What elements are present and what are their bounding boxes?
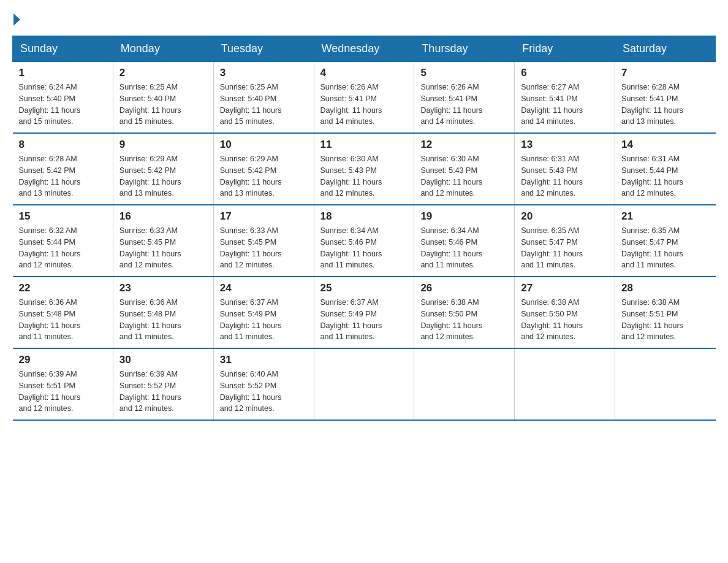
day-info: Sunrise: 6:31 AMSunset: 5:43 PMDaylight:… xyxy=(521,153,609,199)
calendar-week-row: 22 Sunrise: 6:36 AMSunset: 5:48 PMDaylig… xyxy=(13,277,716,348)
day-number: 21 xyxy=(621,210,709,223)
day-number: 20 xyxy=(521,210,609,223)
calendar-day-cell: 3 Sunrise: 6:25 AMSunset: 5:40 PMDayligh… xyxy=(213,62,314,134)
day-info: Sunrise: 6:24 AMSunset: 5:40 PMDaylight:… xyxy=(19,82,107,128)
day-info: Sunrise: 6:30 AMSunset: 5:43 PMDaylight:… xyxy=(320,153,408,199)
day-info: Sunrise: 6:39 AMSunset: 5:52 PMDaylight:… xyxy=(119,369,207,415)
calendar-day-cell xyxy=(615,348,716,420)
calendar-day-cell: 30 Sunrise: 6:39 AMSunset: 5:52 PMDaylig… xyxy=(113,348,213,420)
calendar-day-cell: 8 Sunrise: 6:28 AMSunset: 5:42 PMDayligh… xyxy=(13,133,113,205)
day-number: 4 xyxy=(320,67,408,79)
day-number: 25 xyxy=(320,282,408,294)
day-info: Sunrise: 6:33 AMSunset: 5:45 PMDaylight:… xyxy=(220,225,308,271)
day-info: Sunrise: 6:32 AMSunset: 5:44 PMDaylight:… xyxy=(19,225,107,271)
calendar-day-cell xyxy=(414,348,515,420)
day-number: 1 xyxy=(19,67,107,79)
day-number: 8 xyxy=(19,139,107,151)
day-number: 22 xyxy=(19,282,107,294)
day-number: 9 xyxy=(119,139,207,151)
calendar-header-row: SundayMondayTuesdayWednesdayThursdayFrid… xyxy=(13,36,716,62)
calendar-week-row: 15 Sunrise: 6:32 AMSunset: 5:44 PMDaylig… xyxy=(13,205,716,277)
calendar-day-cell: 5 Sunrise: 6:26 AMSunset: 5:41 PMDayligh… xyxy=(414,62,515,134)
day-number: 26 xyxy=(420,282,508,294)
day-info: Sunrise: 6:37 AMSunset: 5:49 PMDaylight:… xyxy=(220,297,308,343)
calendar-day-cell: 13 Sunrise: 6:31 AMSunset: 5:43 PMDaylig… xyxy=(515,133,615,205)
day-info: Sunrise: 6:26 AMSunset: 5:41 PMDaylight:… xyxy=(420,82,508,128)
day-info: Sunrise: 6:28 AMSunset: 5:42 PMDaylight:… xyxy=(19,153,107,199)
day-number: 31 xyxy=(220,354,308,366)
calendar-day-cell: 1 Sunrise: 6:24 AMSunset: 5:40 PMDayligh… xyxy=(13,62,113,134)
day-number: 30 xyxy=(119,354,207,366)
calendar-day-cell: 21 Sunrise: 6:35 AMSunset: 5:47 PMDaylig… xyxy=(615,205,716,277)
day-number: 14 xyxy=(621,139,709,151)
calendar-day-cell: 7 Sunrise: 6:28 AMSunset: 5:41 PMDayligh… xyxy=(615,62,716,134)
header-wednesday: Wednesday xyxy=(314,36,414,62)
day-info: Sunrise: 6:37 AMSunset: 5:49 PMDaylight:… xyxy=(320,297,408,343)
day-number: 18 xyxy=(320,210,408,223)
day-number: 15 xyxy=(19,210,107,223)
day-info: Sunrise: 6:28 AMSunset: 5:41 PMDaylight:… xyxy=(621,82,709,128)
calendar-day-cell: 28 Sunrise: 6:38 AMSunset: 5:51 PMDaylig… xyxy=(615,277,716,348)
calendar-day-cell: 23 Sunrise: 6:36 AMSunset: 5:48 PMDaylig… xyxy=(113,277,213,348)
day-number: 6 xyxy=(521,67,609,79)
day-number: 11 xyxy=(320,139,408,151)
calendar-day-cell: 27 Sunrise: 6:38 AMSunset: 5:50 PMDaylig… xyxy=(515,277,615,348)
header-saturday: Saturday xyxy=(615,36,716,62)
day-number: 23 xyxy=(119,282,207,294)
calendar-day-cell: 10 Sunrise: 6:29 AMSunset: 5:42 PMDaylig… xyxy=(213,133,314,205)
day-number: 13 xyxy=(521,139,609,151)
day-info: Sunrise: 6:38 AMSunset: 5:50 PMDaylight:… xyxy=(420,297,508,343)
day-info: Sunrise: 6:26 AMSunset: 5:41 PMDaylight:… xyxy=(320,82,408,128)
calendar-day-cell xyxy=(314,348,414,420)
calendar-day-cell: 17 Sunrise: 6:33 AMSunset: 5:45 PMDaylig… xyxy=(213,205,314,277)
calendar-day-cell: 20 Sunrise: 6:35 AMSunset: 5:47 PMDaylig… xyxy=(515,205,615,277)
day-number: 12 xyxy=(420,139,508,151)
day-info: Sunrise: 6:33 AMSunset: 5:45 PMDaylight:… xyxy=(119,225,207,271)
calendar-day-cell: 22 Sunrise: 6:36 AMSunset: 5:48 PMDaylig… xyxy=(13,277,113,348)
calendar-day-cell: 18 Sunrise: 6:34 AMSunset: 5:46 PMDaylig… xyxy=(314,205,414,277)
day-number: 7 xyxy=(621,67,709,79)
day-number: 27 xyxy=(521,282,609,294)
day-number: 3 xyxy=(220,67,308,79)
day-number: 24 xyxy=(220,282,308,294)
header-monday: Monday xyxy=(113,36,213,62)
calendar-day-cell: 29 Sunrise: 6:39 AMSunset: 5:51 PMDaylig… xyxy=(13,348,113,420)
day-info: Sunrise: 6:34 AMSunset: 5:46 PMDaylight:… xyxy=(420,225,508,271)
day-info: Sunrise: 6:36 AMSunset: 5:48 PMDaylight:… xyxy=(19,297,107,343)
day-info: Sunrise: 6:29 AMSunset: 5:42 PMDaylight:… xyxy=(220,153,308,199)
logo xyxy=(12,12,20,23)
calendar-week-row: 8 Sunrise: 6:28 AMSunset: 5:42 PMDayligh… xyxy=(13,133,716,205)
day-info: Sunrise: 6:25 AMSunset: 5:40 PMDaylight:… xyxy=(119,82,207,128)
header-thursday: Thursday xyxy=(414,36,515,62)
day-info: Sunrise: 6:35 AMSunset: 5:47 PMDaylight:… xyxy=(521,225,609,271)
day-info: Sunrise: 6:34 AMSunset: 5:46 PMDaylight:… xyxy=(320,225,408,271)
day-info: Sunrise: 6:39 AMSunset: 5:51 PMDaylight:… xyxy=(19,369,107,415)
day-info: Sunrise: 6:31 AMSunset: 5:44 PMDaylight:… xyxy=(621,153,709,199)
header-sunday: Sunday xyxy=(13,36,113,62)
day-info: Sunrise: 6:25 AMSunset: 5:40 PMDaylight:… xyxy=(220,82,308,128)
calendar-day-cell: 11 Sunrise: 6:30 AMSunset: 5:43 PMDaylig… xyxy=(314,133,414,205)
header-tuesday: Tuesday xyxy=(213,36,314,62)
header-friday: Friday xyxy=(515,36,615,62)
day-number: 29 xyxy=(19,354,107,366)
day-info: Sunrise: 6:29 AMSunset: 5:42 PMDaylight:… xyxy=(119,153,207,199)
calendar-week-row: 1 Sunrise: 6:24 AMSunset: 5:40 PMDayligh… xyxy=(13,62,716,134)
day-number: 19 xyxy=(420,210,508,223)
calendar-day-cell: 24 Sunrise: 6:37 AMSunset: 5:49 PMDaylig… xyxy=(213,277,314,348)
calendar-day-cell: 26 Sunrise: 6:38 AMSunset: 5:50 PMDaylig… xyxy=(414,277,515,348)
day-number: 5 xyxy=(420,67,508,79)
day-info: Sunrise: 6:27 AMSunset: 5:41 PMDaylight:… xyxy=(521,82,609,128)
day-info: Sunrise: 6:30 AMSunset: 5:43 PMDaylight:… xyxy=(420,153,508,199)
calendar-day-cell: 14 Sunrise: 6:31 AMSunset: 5:44 PMDaylig… xyxy=(615,133,716,205)
day-info: Sunrise: 6:38 AMSunset: 5:51 PMDaylight:… xyxy=(621,297,709,343)
calendar-day-cell xyxy=(515,348,615,420)
day-number: 16 xyxy=(119,210,207,223)
calendar-day-cell: 19 Sunrise: 6:34 AMSunset: 5:46 PMDaylig… xyxy=(414,205,515,277)
calendar-day-cell: 25 Sunrise: 6:37 AMSunset: 5:49 PMDaylig… xyxy=(314,277,414,348)
day-info: Sunrise: 6:36 AMSunset: 5:48 PMDaylight:… xyxy=(119,297,207,343)
calendar-day-cell: 4 Sunrise: 6:26 AMSunset: 5:41 PMDayligh… xyxy=(314,62,414,134)
calendar-day-cell: 9 Sunrise: 6:29 AMSunset: 5:42 PMDayligh… xyxy=(113,133,213,205)
day-number: 10 xyxy=(220,139,308,151)
calendar-day-cell: 12 Sunrise: 6:30 AMSunset: 5:43 PMDaylig… xyxy=(414,133,515,205)
day-info: Sunrise: 6:35 AMSunset: 5:47 PMDaylight:… xyxy=(621,225,709,271)
